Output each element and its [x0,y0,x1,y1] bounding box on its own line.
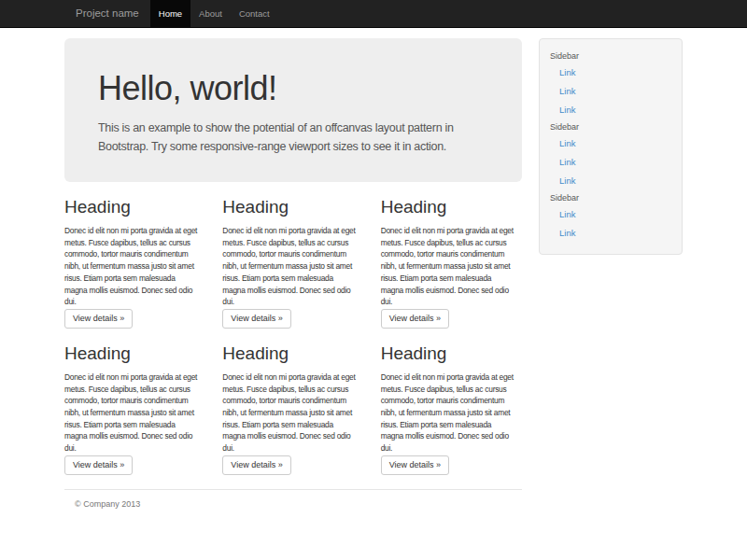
card-heading: Heading [64,197,205,217]
footer: © Company 2013 [64,489,522,546]
navbar-brand[interactable]: Project name [64,0,150,27]
view-details-button[interactable]: View details » [381,309,449,329]
card-heading: Heading [222,343,363,363]
view-details-button[interactable]: View details » [222,455,290,475]
content-card: Heading Donec id elit non mi porta gravi… [64,182,205,329]
sidebar-link[interactable]: Link [540,134,682,153]
card-text: Donec id elit non mi porta gravida at eg… [64,371,205,455]
jumbotron: Hello, world! This is an example to show… [64,38,522,182]
content-card: Heading Donec id elit non mi porta gravi… [222,329,363,475]
view-details-button[interactable]: View details » [381,455,449,475]
sidebar-link[interactable]: Link [540,153,682,172]
sidebar-link[interactable]: Link [540,205,682,224]
card-text: Donec id elit non mi porta gravida at eg… [64,225,205,308]
card-heading: Heading [381,343,522,363]
view-details-button[interactable]: View details » [64,455,133,475]
content-card: Heading Donec id elit non mi porta gravi… [381,329,522,475]
sidebar-link[interactable]: Link [540,63,682,82]
card-heading: Heading [381,197,522,217]
card-text: Donec id elit non mi porta gravida at eg… [222,225,363,308]
navbar-inner: Project name Home About Contact [64,0,683,27]
main-content: Hello, world! This is an example to show… [64,38,522,546]
sidebar-link[interactable]: Link [540,172,682,190]
sidebar-nav: Sidebar Link Link Link Sidebar Link Link… [539,38,683,255]
view-details-button[interactable]: View details » [222,309,290,329]
sidebar-link[interactable]: Link [540,101,682,119]
nav-item-home[interactable]: Home [150,0,190,27]
sidebar-group-header: Sidebar [540,49,682,63]
page-container: Hello, world! This is an example to show… [64,38,683,546]
sidebar-column: Sidebar Link Link Link Sidebar Link Link… [539,38,683,255]
offcanvas-row: Hello, world! This is an example to show… [64,38,683,546]
content-card: Heading Donec id elit non mi porta gravi… [64,329,205,475]
content-card: Heading Donec id elit non mi porta gravi… [222,182,363,329]
card-text: Donec id elit non mi porta gravida at eg… [381,371,522,455]
cards-row-2: Heading Donec id elit non mi porta gravi… [64,329,522,475]
card-heading: Heading [222,197,363,217]
page-title: Hello, world! [98,70,488,107]
sidebar-group-header: Sidebar [540,190,682,205]
card-text: Donec id elit non mi porta gravida at eg… [381,225,522,308]
nav-item-contact[interactable]: Contact [231,0,278,27]
sidebar-group-header: Sidebar [540,119,682,134]
jumbotron-subtitle: This is an example to show the potential… [98,119,488,156]
nav-item-about[interactable]: About [190,0,231,27]
sidebar-link[interactable]: Link [540,224,682,243]
card-heading: Heading [64,343,205,363]
cards-row-1: Heading Donec id elit non mi porta gravi… [64,182,522,329]
copyright-text: © Company 2013 [75,499,522,509]
navbar: Project name Home About Contact [0,0,747,28]
sidebar-link[interactable]: Link [540,82,682,101]
view-details-button[interactable]: View details » [64,309,133,329]
card-text: Donec id elit non mi porta gravida at eg… [222,371,363,455]
content-card: Heading Donec id elit non mi porta gravi… [381,182,522,329]
